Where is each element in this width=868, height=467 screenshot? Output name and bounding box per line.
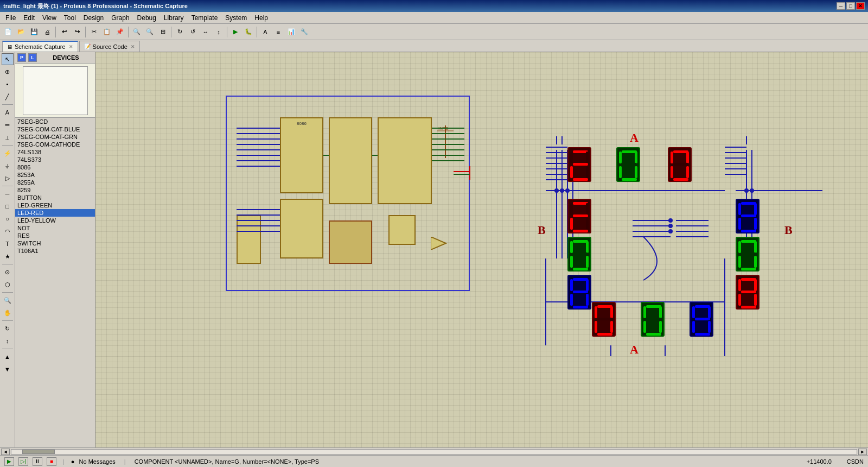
scroll-thumb-h[interactable] [22,450,55,454]
ic-block-6[interactable] [237,215,261,264]
tool-wire[interactable]: ╱ [2,91,14,103]
menu-library[interactable]: Library [161,14,187,22]
menu-design[interactable]: Design [80,14,107,22]
canvas-area[interactable]: 8086 [95,52,868,447]
tool-text[interactable]: T [2,238,14,250]
scroll-right[interactable]: ► [858,449,867,455]
ic-block-3[interactable] [329,220,372,264]
tb-new[interactable]: 📄 [2,26,14,38]
device-item[interactable]: 7SEG-COM-CAT-BLUE [15,125,95,133]
tool-probe[interactable]: ⊙ [2,266,14,278]
tool-pin[interactable]: ⟂ [2,131,14,143]
stop-button[interactable]: ■ [47,457,56,466]
device-item[interactable]: LED-YELLOW [15,217,95,224]
device-item[interactable]: 7SEG-COM-CATHODE [15,141,95,148]
tool-label[interactable]: A [2,106,14,118]
tb-paste[interactable]: 📌 [114,26,126,38]
schematic-canvas[interactable]: 8086 [95,52,868,447]
ic-block-1[interactable] [329,117,372,204]
ic-block-5[interactable] [378,117,432,204]
tool-flip[interactable]: ↕ [2,335,14,347]
device-item[interactable]: 8253A [15,171,95,179]
menu-graph[interactable]: Graph [108,14,132,22]
tb-run[interactable]: ▶ [229,26,241,38]
device-p-btn[interactable]: P [17,53,26,62]
tb-debug[interactable]: 🐛 [242,26,254,38]
menu-help[interactable]: Help [251,14,271,22]
device-l-btn[interactable]: L [28,53,37,62]
tb-redo[interactable]: ↪ [71,26,83,38]
tb-save[interactable]: 💾 [28,26,40,38]
ic-block-4[interactable] [388,215,416,245]
close-button[interactable]: ✕ [856,2,865,10]
pause-button[interactable]: ⏸ [33,457,42,466]
device-item[interactable]: 8259 [15,186,95,194]
tool-tape[interactable]: ⬡ [2,279,14,291]
tb-rotate-ccw[interactable]: ↺ [187,26,199,38]
device-item[interactable]: 8086 [15,163,95,171]
play-button[interactable]: ▶ [4,457,14,466]
tb-print[interactable]: 🖨 [41,26,53,38]
tool-down[interactable]: ▼ [2,363,14,375]
scroll-left[interactable]: ◄ [1,449,10,455]
tb-mirror-v[interactable]: ↕ [213,26,225,38]
minimize-button[interactable]: ─ [837,2,845,10]
tb-bom[interactable]: 📊 [285,26,297,38]
tool-arc[interactable]: ◠ [2,225,14,237]
tb-mirror-h[interactable]: ↔ [200,26,212,38]
device-item[interactable]: 74LS373 [15,156,95,163]
tb-open[interactable]: 📂 [15,26,27,38]
tool-symbol[interactable]: ★ [2,250,14,262]
tb-undo[interactable]: ↩ [58,26,70,38]
tool-port[interactable]: ▷ [2,172,14,184]
tool-up[interactable]: ▲ [2,351,14,363]
tb-zoom-out[interactable]: 🔍 [144,26,156,38]
tab-schematic[interactable]: 🖥 Schematic Capture ✕ [2,41,78,52]
tool-bus[interactable]: ═ [2,119,14,131]
device-item[interactable]: RES [15,232,95,239]
bottom-scroll[interactable]: ◄ ► [0,447,868,455]
tab-source[interactable]: 📝 Source Code ✕ [79,41,140,52]
device-item[interactable]: SWITCH [15,239,95,247]
tb-rotate-cw[interactable]: ↻ [174,26,186,38]
menu-template[interactable]: Template [188,14,221,22]
step-button[interactable]: ▷| [18,457,28,466]
tool-rotate[interactable]: ↻ [2,323,14,335]
tab-source-close[interactable]: ✕ [131,44,135,49]
device-item[interactable]: NOT [15,224,95,232]
tb-zoom-in[interactable]: 🔍 [131,26,143,38]
tool-rect[interactable]: □ [2,200,14,212]
tool-ground[interactable]: ⏚ [2,160,14,172]
menu-debug[interactable]: Debug [134,14,159,22]
ic-block-2[interactable] [280,199,323,258]
tb-pcb[interactable]: 🔧 [298,26,310,38]
device-item[interactable]: 74LS138 [15,148,95,156]
device-item[interactable]: LED-GREEN [15,201,95,209]
scroll-track-h[interactable] [11,449,857,455]
tb-netlist[interactable]: ≡ [272,26,284,38]
tool-pan[interactable]: ✋ [2,307,14,319]
tool-zoom-sel[interactable]: 🔍 [2,294,14,306]
tool-component[interactable]: ⊕ [2,66,14,78]
menu-file[interactable]: File [2,14,19,22]
tb-cut[interactable]: ✂ [88,26,100,38]
menu-system[interactable]: System [222,14,250,22]
tb-copy[interactable]: 📋 [101,26,113,38]
device-item[interactable]: 8255A [15,179,95,186]
tool-line[interactable]: ─ [2,188,14,200]
tool-circle[interactable]: ○ [2,213,14,225]
menu-edit[interactable]: Edit [20,14,38,22]
device-item[interactable]: 7SEG-BCD [15,118,95,125]
tool-power[interactable]: ⚡ [2,147,14,159]
device-item[interactable]: T106A1 [15,247,95,255]
tab-schematic-close[interactable]: ✕ [69,44,73,49]
tool-select[interactable]: ↖ [2,53,14,65]
menu-view[interactable]: View [39,14,60,22]
tb-annotate[interactable]: A [259,26,271,38]
menu-tool[interactable]: Tool [61,14,79,22]
device-item[interactable]: 7SEG-COM-CAT-GRN [15,133,95,141]
maximize-button[interactable]: □ [846,2,855,10]
device-item[interactable]: BUTTON [15,194,95,201]
tool-junction[interactable]: • [2,78,14,90]
device-item-led-red[interactable]: LED-RED [15,209,95,217]
